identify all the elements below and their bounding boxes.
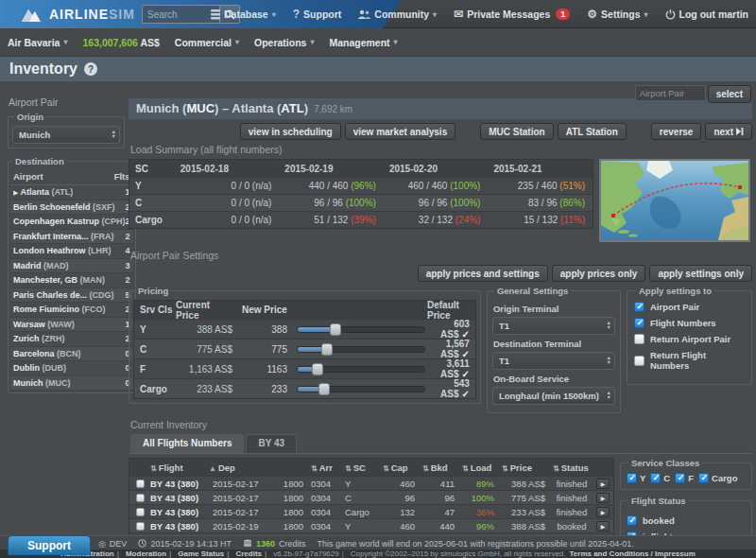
nav-commercial[interactable]: Commercial ▾ — [175, 37, 239, 48]
station-button[interactable]: ATL Station — [558, 123, 627, 140]
row-checkbox[interactable] — [136, 508, 145, 516]
destination-row[interactable]: Copenhagen Kastrup (CPH) 2 — [10, 215, 133, 230]
price-slider[interactable] — [297, 386, 425, 392]
destination-row[interactable]: Zurich (ZRH) 2 — [10, 332, 133, 347]
destination-row[interactable]: Paris Charles de... (CDG) 5 — [10, 288, 133, 304]
menu-logout[interactable]: Log out martin — [665, 9, 749, 20]
checkbox[interactable] — [627, 515, 637, 526]
destination-row[interactable]: Rome Fiumicino (FCO) 2 — [10, 303, 133, 318]
new-price-input[interactable]: 388 — [240, 324, 297, 335]
reverse-button[interactable]: reverse — [651, 123, 702, 140]
destination-row[interactable]: Dublin (DUB) 0 — [10, 361, 133, 376]
col-cap[interactable]: ⇅Cap — [381, 462, 421, 473]
expand-row-button[interactable]: ▶ — [596, 521, 610, 532]
airport-pair-select-button[interactable]: select — [708, 85, 751, 103]
col-sc[interactable]: ⇅SC — [341, 462, 381, 473]
destination-row[interactable]: Frankfurt Interna... (FRA) 2 — [10, 230, 133, 245]
next-button[interactable]: next — [705, 123, 752, 140]
new-price-input[interactable]: 233 — [240, 384, 297, 394]
col-flight[interactable]: ⇅Flight — [150, 462, 209, 473]
check-icon[interactable]: ✓ — [461, 389, 469, 399]
terms-link[interactable]: Terms and Conditions / Impressum — [570, 549, 696, 558]
service-class-option[interactable]: C — [650, 473, 670, 483]
route-action-button[interactable]: view in scheduling — [240, 123, 341, 140]
nav-operations[interactable]: Operations ▾ — [254, 37, 314, 48]
destination-row[interactable]: Berlin Schoenefeld (SXF) 2 — [10, 201, 133, 216]
col-load[interactable]: ⇅Load — [460, 462, 500, 473]
slider-handle[interactable] — [321, 343, 333, 356]
flight-status-option[interactable]: booked — [627, 515, 747, 526]
row-checkbox[interactable] — [136, 522, 145, 531]
destination-row[interactable]: Barcelona (BCN) 0 — [10, 347, 133, 362]
nav-management[interactable]: Management ▾ — [329, 37, 397, 48]
slider-handle[interactable] — [330, 323, 341, 336]
service-class-option[interactable]: Cargo — [698, 473, 737, 483]
service-class-option[interactable]: Y — [627, 473, 645, 483]
origin-select[interactable]: Munich ▲▼ — [12, 126, 120, 144]
apply-option[interactable]: Flight Numbers — [634, 318, 747, 328]
checkbox[interactable] — [634, 334, 644, 344]
route-action-button[interactable]: view market analysis — [345, 123, 456, 140]
account-balance[interactable]: 163,007,606 AS$ — [82, 37, 159, 48]
destination-row[interactable]: Atlanta (ATL) 1 — [10, 185, 133, 201]
price-slider[interactable] — [297, 346, 425, 353]
price-slider[interactable] — [297, 326, 425, 333]
checkbox[interactable] — [634, 318, 644, 328]
credits-indicator[interactable]: 1360 Credits — [243, 539, 306, 549]
checkbox[interactable] — [627, 473, 637, 483]
col-arr[interactable]: ⇅Arr — [307, 462, 341, 473]
destination-row[interactable]: Munich (MUC) 0 — [10, 376, 133, 392]
checkbox[interactable] — [634, 302, 644, 312]
apply-button[interactable]: apply prices only — [552, 265, 646, 282]
menu-support[interactable]: ? Support — [293, 9, 342, 20]
footer-link[interactable]: Game Status — [178, 549, 232, 558]
airport-pair-input[interactable] — [635, 85, 706, 101]
slider-handle[interactable] — [318, 383, 330, 395]
field-select[interactable]: T1 ▲▼ — [492, 317, 615, 335]
nav-management-label: Management — [329, 37, 389, 48]
col-price[interactable]: ⇅Price — [500, 462, 551, 473]
destination-row[interactable]: London Heathrow (LHR) 4 — [10, 244, 133, 259]
destination-row[interactable]: Madrid (MAD) 3 — [10, 259, 133, 274]
apply-option[interactable]: Airport Pair — [634, 302, 747, 312]
new-price-input[interactable]: 1163 — [240, 364, 297, 375]
slider-handle[interactable] — [312, 363, 323, 375]
apply-button[interactable]: apply prices and settings — [418, 265, 548, 282]
expand-row-button[interactable]: ▶ — [596, 507, 610, 517]
expand-row-button[interactable]: ▶ — [596, 479, 610, 489]
row-checkbox[interactable] — [136, 480, 145, 488]
service-class-option[interactable]: F — [675, 473, 694, 483]
inventory-tab[interactable]: All Flights Numbers — [130, 434, 244, 453]
apply-option[interactable]: Return Airport Pair — [634, 334, 747, 344]
expand-row-button[interactable]: ▶ — [596, 493, 610, 503]
destination-row[interactable]: Warsaw (WAW) 1 — [10, 318, 133, 333]
help-icon[interactable]: ? — [84, 62, 97, 76]
menu-private-messages[interactable]: ✉ Private Messages 1 — [454, 9, 570, 20]
search-input[interactable] — [142, 5, 219, 24]
support-button[interactable]: Support — [8, 535, 91, 555]
menu-database[interactable]: Database ▾ — [211, 9, 276, 20]
field-select[interactable]: T1 ▲▼ — [492, 352, 615, 370]
flight-table-header: ⇅Flight ▲Dep ⇅Arr ⇅SC ⇅Cap ⇅Bkd ⇅Load ⇅P… — [129, 459, 613, 476]
col-dep[interactable]: ▲Dep — [209, 462, 271, 473]
footer-link[interactable]: Moderation — [126, 549, 174, 558]
col-bkd[interactable]: ⇅Bkd — [421, 462, 460, 473]
checkbox[interactable] — [634, 356, 644, 366]
destination-row[interactable]: Manchester, GB (MAN) 2 — [10, 273, 133, 288]
menu-community[interactable]: Community ▾ — [358, 9, 437, 20]
checkbox[interactable] — [650, 473, 661, 483]
apply-button[interactable]: apply settings only — [649, 265, 752, 282]
footer-link[interactable]: Credits — [235, 549, 269, 558]
inventory-tab[interactable]: BY 43 — [246, 434, 297, 453]
col-status[interactable]: ⇅Status — [551, 462, 593, 473]
new-price-input[interactable]: 775 — [240, 344, 297, 355]
field-select[interactable]: Longhaul (min 1500km) ▲▼ — [492, 387, 615, 405]
station-button[interactable]: MUC Station — [480, 123, 553, 140]
nav-airline[interactable]: Air Bavaria ▾ — [8, 37, 67, 48]
checkbox[interactable] — [698, 473, 709, 483]
row-checkbox[interactable] — [136, 494, 145, 502]
apply-option[interactable]: Return Flight Numbers — [634, 350, 747, 371]
price-slider[interactable] — [297, 366, 425, 373]
menu-settings[interactable]: ⚙ Settings ▾ — [587, 9, 647, 20]
checkbox[interactable] — [675, 473, 685, 483]
